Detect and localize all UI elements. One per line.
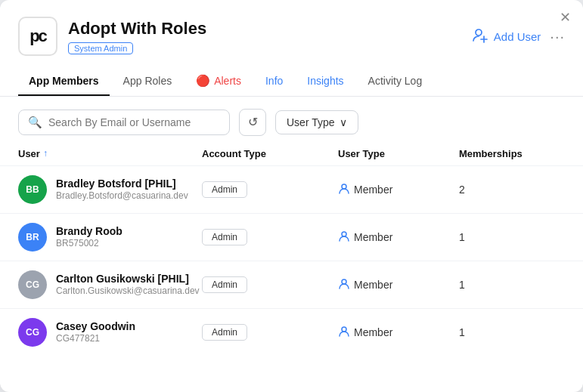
app-title-group: Adopt With Roles System Admin bbox=[68, 19, 206, 54]
add-user-icon bbox=[472, 26, 488, 47]
search-input[interactable] bbox=[48, 116, 220, 128]
user-type-label: Member bbox=[354, 326, 392, 338]
add-user-label: Add User bbox=[494, 30, 541, 43]
chevron-down-icon: ∨ bbox=[340, 116, 347, 128]
avatar: CG bbox=[18, 318, 47, 347]
tab-alerts[interactable]: 🔴 Alerts bbox=[185, 66, 252, 97]
account-type-badge: Admin bbox=[202, 229, 247, 245]
account-type-badge: Admin bbox=[202, 324, 247, 341]
user-sub: CG477821 bbox=[56, 333, 135, 344]
app-logo: pc bbox=[18, 17, 57, 56]
account-type-cell: Admin bbox=[202, 229, 338, 245]
search-icon: 🔍 bbox=[28, 116, 42, 129]
user-type-filter-button[interactable]: User Type ∨ bbox=[275, 110, 358, 134]
table-row[interactable]: CG Carlton Gusikowski [PHIL] Carlton.Gus… bbox=[0, 261, 583, 308]
user-info: Carlton Gusikowski [PHIL] Carlton.Gusiko… bbox=[56, 273, 200, 296]
user-name: Casey Goodwin bbox=[56, 320, 135, 332]
header-right: Add User ··· bbox=[472, 26, 565, 47]
account-type-cell: Admin bbox=[202, 181, 338, 198]
tab-app-members[interactable]: App Members bbox=[18, 67, 110, 96]
avatar: BB bbox=[18, 175, 47, 204]
close-button[interactable]: ✕ bbox=[560, 11, 571, 24]
user-cell: CG Carlton Gusikowski [PHIL] Carlton.Gus… bbox=[18, 270, 202, 299]
member-icon bbox=[338, 325, 350, 339]
tab-info[interactable]: Info bbox=[255, 67, 293, 96]
member-icon bbox=[338, 230, 350, 244]
user-type-cell: Member bbox=[338, 182, 459, 196]
user-type-label: Member bbox=[354, 231, 392, 243]
user-info: Brandy Roob BR575002 bbox=[56, 225, 122, 248]
table-row[interactable]: BR Brandy Roob BR575002 Admin Member 1 bbox=[0, 213, 583, 261]
tab-insights[interactable]: Insights bbox=[296, 67, 354, 96]
user-info: Casey Goodwin CG477821 bbox=[56, 320, 135, 344]
tab-app-roles[interactable]: App Roles bbox=[113, 67, 183, 96]
modal-header: pc Adopt With Roles System Admin Add Use… bbox=[0, 0, 583, 56]
search-box: 🔍 bbox=[18, 110, 230, 135]
user-info: Bradley Botsford [PHIL] Bradley.Botsford… bbox=[56, 177, 188, 201]
user-name: Carlton Gusikowski [PHIL] bbox=[56, 273, 200, 285]
toolbar: 🔍 ↺ User Type ∨ bbox=[0, 97, 583, 142]
memberships-count: 1 bbox=[459, 231, 565, 243]
account-type-badge: Admin bbox=[202, 276, 247, 293]
col-header-user: User ↑ bbox=[18, 148, 202, 159]
table-row[interactable]: CG Casey Goodwin CG477821 Admin Member 1 bbox=[0, 308, 583, 356]
user-cell: BB Bradley Botsford [PHIL] Bradley.Botsf… bbox=[18, 175, 202, 204]
tab-bar: App Members App Roles 🔴 Alerts Info Insi… bbox=[0, 66, 583, 97]
avatar: CG bbox=[18, 270, 47, 299]
user-type-cell: Member bbox=[338, 277, 459, 292]
member-icon bbox=[338, 182, 350, 196]
refresh-button[interactable]: ↺ bbox=[239, 109, 266, 136]
tab-activity-log[interactable]: Activity Log bbox=[358, 67, 433, 96]
user-type-label: Member bbox=[354, 184, 392, 196]
user-name: Brandy Roob bbox=[56, 225, 122, 237]
member-icon bbox=[338, 277, 350, 292]
user-sub: Bradley.Botsford@casuarina.dev bbox=[56, 190, 188, 201]
svg-point-0 bbox=[476, 29, 482, 35]
col-header-user-type: User Type bbox=[338, 148, 459, 159]
col-header-memberships: Memberships bbox=[459, 148, 565, 159]
svg-point-3 bbox=[342, 184, 346, 189]
tab-alerts-label: Alerts bbox=[214, 75, 241, 87]
alert-icon: 🔴 bbox=[196, 74, 210, 88]
memberships-count: 2 bbox=[459, 184, 565, 196]
add-user-button[interactable]: Add User bbox=[472, 26, 541, 47]
header-left: pc Adopt With Roles System Admin bbox=[18, 17, 206, 56]
app-title: Adopt With Roles bbox=[68, 19, 206, 39]
user-cell: BR Brandy Roob BR575002 bbox=[18, 223, 202, 252]
svg-point-5 bbox=[342, 279, 346, 284]
user-type-cell: Member bbox=[338, 325, 459, 339]
modal: ✕ pc Adopt With Roles System Admin bbox=[0, 0, 583, 392]
user-sub: BR575002 bbox=[56, 238, 122, 248]
account-type-cell: Admin bbox=[202, 276, 338, 293]
table-row[interactable]: BB Bradley Botsford [PHIL] Bradley.Botsf… bbox=[0, 165, 583, 213]
col-header-account-type: Account Type bbox=[202, 148, 338, 159]
account-type-badge: Admin bbox=[202, 181, 247, 198]
avatar: BR bbox=[18, 223, 47, 252]
svg-point-4 bbox=[342, 232, 346, 236]
memberships-count: 1 bbox=[459, 279, 565, 291]
system-admin-badge: System Admin bbox=[68, 42, 133, 54]
user-type-filter-label: User Type bbox=[287, 116, 335, 128]
col-user-label: User bbox=[18, 148, 40, 159]
user-type-cell: Member bbox=[338, 230, 459, 244]
user-cell: CG Casey Goodwin CG477821 bbox=[18, 318, 202, 347]
memberships-count: 1 bbox=[459, 326, 565, 338]
more-options-button[interactable]: ··· bbox=[550, 28, 565, 45]
sort-arrow-icon: ↑ bbox=[43, 148, 48, 159]
user-name: Bradley Botsford [PHIL] bbox=[56, 177, 188, 190]
account-type-cell: Admin bbox=[202, 324, 338, 341]
svg-point-6 bbox=[342, 327, 346, 332]
user-sub: Carlton.Gusikowski@casuarina.dev bbox=[56, 286, 200, 296]
table-body: BB Bradley Botsford [PHIL] Bradley.Botsf… bbox=[0, 165, 583, 356]
user-type-label: Member bbox=[354, 279, 392, 291]
table-header: User ↑ Account Type User Type Membership… bbox=[0, 142, 583, 165]
